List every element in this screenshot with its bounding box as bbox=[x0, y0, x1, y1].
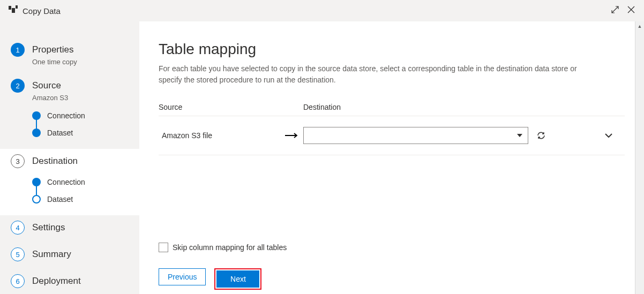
dot-icon bbox=[32, 195, 41, 203]
wizard-buttons: Previous Next bbox=[159, 268, 287, 290]
dialog-title: Copy Data bbox=[23, 6, 61, 16]
step-title-settings: Settings bbox=[32, 222, 65, 233]
step-destination[interactable]: 3 Destination Connection Dataset bbox=[0, 149, 139, 215]
substep-destination-dataset[interactable]: Dataset bbox=[32, 191, 129, 208]
bottom-controls: Skip column mapping for all tables Previ… bbox=[159, 243, 287, 290]
column-header-destination: Destination bbox=[303, 103, 625, 111]
substep-label: Dataset bbox=[47, 129, 73, 137]
refresh-icon bbox=[536, 131, 546, 140]
step-summary[interactable]: 5 Summary bbox=[0, 242, 139, 269]
destination-dropdown[interactable] bbox=[303, 127, 528, 144]
content-panel: Table mapping For each table you have se… bbox=[139, 21, 644, 294]
copy-data-icon bbox=[9, 5, 18, 16]
step-sub-properties: One time copy bbox=[32, 58, 129, 66]
source-name: Amazon S3 file bbox=[159, 131, 284, 140]
step-sub-source: Amazon S3 bbox=[32, 94, 129, 102]
main-wrapper: 1 Properties One time copy 2 Source Amaz… bbox=[0, 21, 644, 294]
dot-icon bbox=[32, 178, 41, 186]
step-title-destination: Destination bbox=[32, 156, 78, 167]
step-number-5: 5 bbox=[11, 247, 25, 261]
dialog-header: Copy Data bbox=[0, 0, 644, 21]
chevron-down-icon bbox=[517, 134, 522, 137]
substep-label: Connection bbox=[47, 178, 85, 186]
next-button-highlight: Next bbox=[214, 268, 261, 290]
close-icon[interactable] bbox=[627, 5, 635, 16]
substep-destination-connection[interactable]: Connection bbox=[32, 174, 129, 191]
next-button[interactable]: Next bbox=[216, 270, 259, 288]
dot-icon bbox=[32, 129, 41, 137]
substep-label: Dataset bbox=[47, 195, 73, 203]
step-deployment[interactable]: 6 Deployment bbox=[0, 269, 139, 294]
svg-rect-0 bbox=[9, 6, 11, 10]
step-number-1: 1 bbox=[11, 43, 25, 57]
previous-button[interactable]: Previous bbox=[159, 268, 206, 285]
mapping-row: Amazon S3 file bbox=[159, 116, 625, 155]
scroll-up-icon[interactable]: ▲ bbox=[635, 21, 644, 31]
wizard-sidebar: 1 Properties One time copy 2 Source Amaz… bbox=[0, 21, 139, 294]
step-title-properties: Properties bbox=[32, 44, 73, 55]
step-number-2: 2 bbox=[11, 79, 25, 93]
step-number-6: 6 bbox=[11, 274, 25, 288]
refresh-button[interactable] bbox=[536, 130, 546, 141]
step-number-3: 3 bbox=[11, 154, 25, 168]
vertical-scrollbar[interactable]: ▲ bbox=[635, 21, 644, 294]
dot-icon bbox=[32, 111, 41, 120]
svg-rect-1 bbox=[12, 8, 15, 13]
page-description: For each table you have selected to copy… bbox=[159, 63, 598, 86]
step-source[interactable]: 2 Source Amazon S3 Connection Dataset bbox=[0, 73, 139, 149]
step-title-deployment: Deployment bbox=[32, 276, 81, 287]
substep-label: Connection bbox=[47, 111, 85, 120]
skip-mapping-label: Skip column mapping for all tables bbox=[173, 243, 287, 252]
source-substeps: Connection Dataset bbox=[32, 107, 129, 141]
chevron-down-icon bbox=[605, 133, 612, 138]
step-title-source: Source bbox=[32, 80, 61, 91]
expand-row-button[interactable] bbox=[603, 133, 614, 138]
substep-source-dataset[interactable]: Dataset bbox=[32, 124, 129, 141]
destination-substeps: Connection Dataset bbox=[32, 174, 129, 208]
step-properties[interactable]: 1 Properties One time copy bbox=[0, 37, 139, 73]
step-title-summary: Summary bbox=[32, 249, 71, 260]
column-header-source: Source bbox=[159, 103, 303, 111]
header-left: Copy Data bbox=[9, 5, 61, 16]
header-right bbox=[611, 5, 635, 16]
page-title: Table mapping bbox=[159, 41, 625, 58]
expand-window-icon[interactable] bbox=[611, 5, 619, 16]
step-settings[interactable]: 4 Settings bbox=[0, 215, 139, 242]
skip-mapping-checkbox-row: Skip column mapping for all tables bbox=[159, 243, 287, 252]
step-number-4: 4 bbox=[11, 221, 25, 235]
mapping-table-header: Source Destination bbox=[159, 103, 625, 116]
skip-mapping-checkbox[interactable] bbox=[159, 243, 168, 252]
svg-rect-2 bbox=[16, 5, 18, 9]
substep-source-connection[interactable]: Connection bbox=[32, 107, 129, 124]
arrow-right-icon bbox=[284, 133, 303, 138]
